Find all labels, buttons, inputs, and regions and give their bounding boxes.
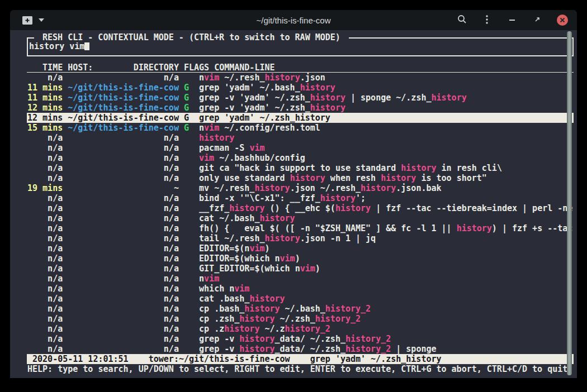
- dropdown-caret-icon: [39, 18, 44, 22]
- search-button[interactable]: [456, 15, 467, 26]
- search-icon: [457, 15, 467, 26]
- resh-search-box[interactable]: RESH CLI - CONTEXTUAL MODE - (CTRL+R to …: [27, 37, 574, 56]
- history-row[interactable]: 11 mins ~/git/this-is-fine-cow G grep 'y…: [27, 83, 574, 93]
- history-row[interactable]: n/a n/a grep -v history_data/ ~/.zsh_his…: [27, 344, 574, 354]
- history-row[interactable]: n/a n/a grep -v history_data/ ~/.zsh_his…: [27, 334, 574, 344]
- history-row[interactable]: n/a n/a which nvim: [27, 284, 574, 294]
- minimize-button[interactable]: [506, 15, 518, 26]
- table-header: TIME HOST: DIRECTORY FLAGS COMMAND-LINE: [27, 63, 574, 73]
- minimize-icon: [509, 20, 515, 21]
- history-row[interactable]: n/a n/a cp .zhistory ~/.zhistory_2: [27, 324, 574, 334]
- history-row[interactable]: n/a n/a cp .bash_history ~/.bash_history…: [27, 304, 574, 314]
- status-bar: 2020-05-11 12:01:51 tower:~/git/this-is-…: [27, 354, 574, 364]
- history-table: TIME HOST: DIRECTORY FLAGS COMMAND-LINE …: [27, 63, 574, 374]
- close-icon: [560, 16, 565, 25]
- history-row[interactable]: n/a n/a only use standard history when r…: [27, 173, 574, 183]
- history-row[interactable]: n/a n/a nvim: [27, 274, 574, 284]
- menu-kebab-icon: [485, 15, 489, 26]
- text-cursor: [84, 42, 89, 50]
- help-line: HELP: type to search, UP/DOWN to select,…: [27, 364, 574, 374]
- history-row[interactable]: n/a n/a GIT_EDITOR=$(which nvim): [27, 264, 574, 274]
- new-tab-dropdown-button[interactable]: [38, 15, 45, 26]
- titlebar[interactable]: ~/git/this-is-fine-cow: [10, 10, 577, 30]
- search-query-text: history vim: [29, 41, 84, 51]
- history-row[interactable]: n/a n/a pacman -S vim: [27, 143, 574, 153]
- restore-button[interactable]: [532, 15, 543, 26]
- history-row[interactable]: n/a n/a bind -x '"\C-x1": __fzf_history'…: [27, 193, 574, 203]
- history-row[interactable]: 19 mins ~ mv ~/.resh_history.json ~/.res…: [27, 183, 574, 193]
- restore-icon: [534, 16, 541, 25]
- history-row[interactable]: n/a n/a EDITOR=$(nvim): [27, 243, 574, 254]
- history-row[interactable]: n/a n/a tail ~/.resh_history.json -n 1 |…: [27, 233, 574, 243]
- history-row[interactable]: n/a n/a EDITOR=$(which nvim): [27, 254, 574, 264]
- history-row[interactable]: n/a n/a git ca "hack in support to use s…: [27, 163, 574, 173]
- history-row[interactable]: n/a n/a cat .bash_history: [27, 294, 574, 304]
- history-row[interactable]: n/a n/a history: [27, 133, 574, 143]
- scrollbar-thumb[interactable]: [567, 31, 572, 375]
- menu-button[interactable]: [481, 15, 493, 26]
- history-row[interactable]: 11 mins ~/git/this-is-fine-cow G grep -v…: [27, 93, 574, 103]
- terminal-screen[interactable]: RESH CLI - CONTEXTUAL MODE - (CTRL+R to …: [10, 30, 577, 378]
- history-row[interactable]: n/a n/a fh() { eval $( ([ -n "$ZSH_NAME"…: [27, 223, 574, 233]
- history-row[interactable]: 15 mins ~/git/this-is-fine-cow G nvim ~/…: [27, 123, 574, 133]
- history-row[interactable]: 12 mins ~/git/this-is-fine-cow G grep -v…: [27, 103, 574, 113]
- close-button[interactable]: [557, 15, 568, 26]
- new-tab-button[interactable]: [22, 16, 32, 25]
- history-row[interactable]: n/a n/a nvim ~/.resh_history.json: [27, 73, 574, 83]
- desktop: { "window": { "title": "~/git/this-is-fi…: [0, 0, 587, 392]
- history-row-selected[interactable]: 12 mins ~/git/this-is-fine-cow G grep 'y…: [27, 113, 574, 123]
- history-row[interactable]: n/a n/a vim ~/.bashhub/config: [27, 153, 574, 163]
- resh-mode-title: RESH CLI - CONTEXTUAL MODE - (CTRL+R to …: [34, 32, 349, 42]
- history-row[interactable]: n/a n/a cat ~/.bash_history: [27, 213, 574, 223]
- history-row[interactable]: n/a n/a cp .zsh_history ~/.zsh_history_2: [27, 314, 574, 324]
- terminal-window: ~/git/this-is-fine-cow: [10, 10, 577, 378]
- history-row[interactable]: n/a n/a __fzf_history () { __ehc $(histo…: [27, 203, 574, 213]
